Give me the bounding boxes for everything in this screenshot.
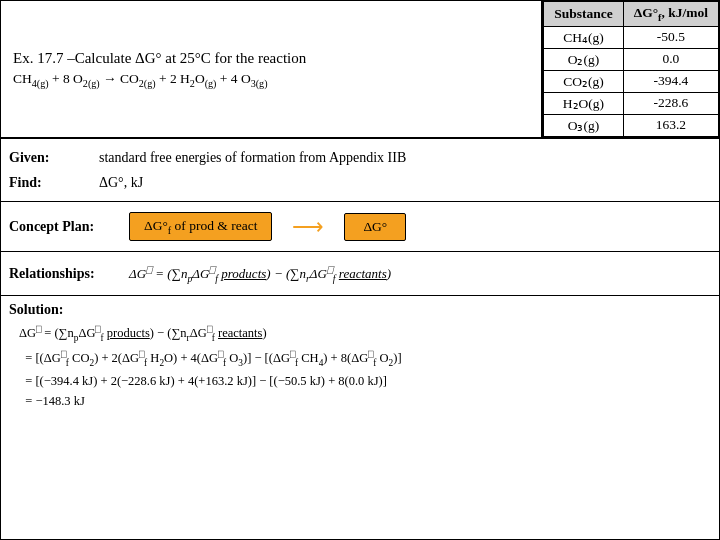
given-find-section: Given: Find: standard free energies of f… [1, 139, 719, 202]
substance-cell: CH₄(g) [544, 26, 624, 48]
solution-line-1: ΔG⎕ = (∑npΔG⎕f products) − (∑nrΔG⎕f reac… [19, 322, 711, 345]
given-label: Given: [9, 145, 99, 170]
find-value: ΔG°, kJ [99, 170, 406, 195]
value-cell: -228.6 [623, 92, 718, 114]
col-value-header: ΔG°f, kJ/mol [623, 2, 718, 27]
relationships-section: Relationships: ΔG⎕ = (∑npΔG⎕f products) … [1, 252, 719, 296]
relationships-formula: ΔG⎕ = (∑npΔG⎕f products) − (∑nrΔG⎕f reac… [129, 264, 391, 284]
substance-cell: H₂O(g) [544, 92, 624, 114]
solution-line-4: = −148.3 kJ [19, 392, 711, 411]
concept-plan-arrow: ⟶ [292, 214, 324, 240]
concept-plan-section: Concept Plan: ΔG°f of prod & react ⟶ ΔG° [1, 202, 719, 252]
value-cell: 0.0 [623, 48, 718, 70]
solution-line-3: = [(−394.4 kJ) + 2(−228.6 kJ) + 4(+163.2… [19, 372, 711, 391]
solution-body: ΔG⎕ = (∑npΔG⎕f products) − (∑nrΔG⎕f reac… [9, 322, 711, 411]
concept-plan-box2: ΔG° [344, 213, 406, 241]
table-row: CH₄(g) -50.5 [544, 26, 719, 48]
solution-section: Solution: ΔG⎕ = (∑npΔG⎕f products) − (∑n… [1, 296, 719, 539]
find-label: Find: [9, 170, 99, 195]
reaction-equation: CH4(g) + 8 O2(g) → CO2(g) + 2 H2O(g) + 4… [13, 69, 529, 91]
table-row: H₂O(g) -228.6 [544, 92, 719, 114]
concept-plan-label: Concept Plan: [9, 219, 129, 235]
value-cell: -394.4 [623, 70, 718, 92]
table-row: O₂(g) 0.0 [544, 48, 719, 70]
value-cell: -50.5 [623, 26, 718, 48]
table-row: O₃(g) 163.2 [544, 114, 719, 136]
substance-table-container: Substance ΔG°f, kJ/mol CH₄(g) -50.5 O₂(g… [541, 1, 719, 137]
relationships-label: Relationships: [9, 266, 129, 282]
table-row: CO₂(g) -394.4 [544, 70, 719, 92]
concept-plan-box1: ΔG°f of prod & react [129, 212, 272, 242]
problem-statement: Ex. 17.7 –Calculate ΔG° at 25°C for the … [1, 1, 541, 137]
value-cell: 163.2 [623, 114, 718, 136]
given-find-values: standard free energies of formation from… [99, 145, 406, 195]
solution-label: Solution: [9, 302, 711, 318]
main-page: Ex. 17.7 –Calculate ΔG° at 25°C for the … [0, 0, 720, 540]
top-section: Ex. 17.7 –Calculate ΔG° at 25°C for the … [1, 1, 719, 139]
substance-table: Substance ΔG°f, kJ/mol CH₄(g) -50.5 O₂(g… [543, 1, 719, 137]
concept-plan-content: ΔG°f of prod & react ⟶ ΔG° [129, 212, 711, 242]
given-find-labels: Given: Find: [9, 145, 99, 195]
solution-line-2: = [(ΔG⎕f CO2) + 2(ΔG⎕f H2O) + 4(ΔG⎕f O3)… [19, 347, 711, 370]
given-value: standard free energies of formation from… [99, 145, 406, 170]
substance-cell: O₃(g) [544, 114, 624, 136]
problem-title: Ex. 17.7 –Calculate ΔG° at 25°C for the … [13, 47, 529, 70]
substance-cell: CO₂(g) [544, 70, 624, 92]
substance-cell: O₂(g) [544, 48, 624, 70]
col-substance-header: Substance [544, 2, 624, 27]
